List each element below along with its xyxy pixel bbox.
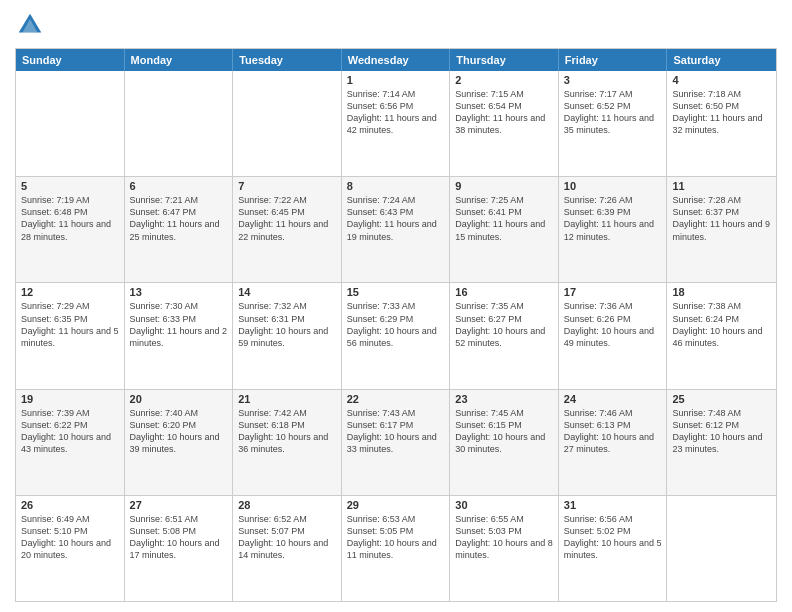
day-number: 25 xyxy=(672,393,771,405)
day-info: Sunrise: 7:36 AM Sunset: 6:26 PM Dayligh… xyxy=(564,300,662,349)
page: SundayMondayTuesdayWednesdayThursdayFrid… xyxy=(0,0,792,612)
day-info: Sunrise: 7:32 AM Sunset: 6:31 PM Dayligh… xyxy=(238,300,336,349)
header-day-sunday: Sunday xyxy=(16,49,125,71)
day-cell-7: 7Sunrise: 7:22 AM Sunset: 6:45 PM Daylig… xyxy=(233,177,342,282)
day-number: 16 xyxy=(455,286,553,298)
empty-cell xyxy=(233,71,342,176)
day-cell-28: 28Sunrise: 6:52 AM Sunset: 5:07 PM Dayli… xyxy=(233,496,342,601)
day-info: Sunrise: 6:51 AM Sunset: 5:08 PM Dayligh… xyxy=(130,513,228,562)
day-number: 28 xyxy=(238,499,336,511)
day-info: Sunrise: 7:48 AM Sunset: 6:12 PM Dayligh… xyxy=(672,407,771,456)
day-info: Sunrise: 7:22 AM Sunset: 6:45 PM Dayligh… xyxy=(238,194,336,243)
day-number: 5 xyxy=(21,180,119,192)
day-cell-10: 10Sunrise: 7:26 AM Sunset: 6:39 PM Dayli… xyxy=(559,177,668,282)
header-day-saturday: Saturday xyxy=(667,49,776,71)
day-number: 18 xyxy=(672,286,771,298)
header-day-tuesday: Tuesday xyxy=(233,49,342,71)
day-cell-9: 9Sunrise: 7:25 AM Sunset: 6:41 PM Daylig… xyxy=(450,177,559,282)
day-number: 13 xyxy=(130,286,228,298)
day-info: Sunrise: 7:18 AM Sunset: 6:50 PM Dayligh… xyxy=(672,88,771,137)
day-number: 24 xyxy=(564,393,662,405)
day-info: Sunrise: 6:49 AM Sunset: 5:10 PM Dayligh… xyxy=(21,513,119,562)
empty-cell xyxy=(667,496,776,601)
header-day-thursday: Thursday xyxy=(450,49,559,71)
day-cell-26: 26Sunrise: 6:49 AM Sunset: 5:10 PM Dayli… xyxy=(16,496,125,601)
day-info: Sunrise: 7:28 AM Sunset: 6:37 PM Dayligh… xyxy=(672,194,771,243)
logo xyxy=(15,10,49,40)
day-number: 12 xyxy=(21,286,119,298)
day-number: 7 xyxy=(238,180,336,192)
empty-cell xyxy=(16,71,125,176)
day-cell-4: 4Sunrise: 7:18 AM Sunset: 6:50 PM Daylig… xyxy=(667,71,776,176)
day-info: Sunrise: 7:30 AM Sunset: 6:33 PM Dayligh… xyxy=(130,300,228,349)
day-info: Sunrise: 6:55 AM Sunset: 5:03 PM Dayligh… xyxy=(455,513,553,562)
day-cell-19: 19Sunrise: 7:39 AM Sunset: 6:22 PM Dayli… xyxy=(16,390,125,495)
day-info: Sunrise: 7:21 AM Sunset: 6:47 PM Dayligh… xyxy=(130,194,228,243)
calendar-row-4: 26Sunrise: 6:49 AM Sunset: 5:10 PM Dayli… xyxy=(16,495,776,601)
day-cell-1: 1Sunrise: 7:14 AM Sunset: 6:56 PM Daylig… xyxy=(342,71,451,176)
day-cell-22: 22Sunrise: 7:43 AM Sunset: 6:17 PM Dayli… xyxy=(342,390,451,495)
day-cell-17: 17Sunrise: 7:36 AM Sunset: 6:26 PM Dayli… xyxy=(559,283,668,388)
day-cell-18: 18Sunrise: 7:38 AM Sunset: 6:24 PM Dayli… xyxy=(667,283,776,388)
day-cell-14: 14Sunrise: 7:32 AM Sunset: 6:31 PM Dayli… xyxy=(233,283,342,388)
day-cell-2: 2Sunrise: 7:15 AM Sunset: 6:54 PM Daylig… xyxy=(450,71,559,176)
day-info: Sunrise: 7:19 AM Sunset: 6:48 PM Dayligh… xyxy=(21,194,119,243)
day-info: Sunrise: 7:17 AM Sunset: 6:52 PM Dayligh… xyxy=(564,88,662,137)
day-info: Sunrise: 7:42 AM Sunset: 6:18 PM Dayligh… xyxy=(238,407,336,456)
day-number: 11 xyxy=(672,180,771,192)
day-cell-3: 3Sunrise: 7:17 AM Sunset: 6:52 PM Daylig… xyxy=(559,71,668,176)
calendar-row-0: 1Sunrise: 7:14 AM Sunset: 6:56 PM Daylig… xyxy=(16,71,776,176)
day-cell-20: 20Sunrise: 7:40 AM Sunset: 6:20 PM Dayli… xyxy=(125,390,234,495)
day-info: Sunrise: 7:26 AM Sunset: 6:39 PM Dayligh… xyxy=(564,194,662,243)
header-day-wednesday: Wednesday xyxy=(342,49,451,71)
day-info: Sunrise: 6:52 AM Sunset: 5:07 PM Dayligh… xyxy=(238,513,336,562)
day-cell-21: 21Sunrise: 7:42 AM Sunset: 6:18 PM Dayli… xyxy=(233,390,342,495)
day-cell-11: 11Sunrise: 7:28 AM Sunset: 6:37 PM Dayli… xyxy=(667,177,776,282)
day-info: Sunrise: 7:46 AM Sunset: 6:13 PM Dayligh… xyxy=(564,407,662,456)
day-number: 14 xyxy=(238,286,336,298)
day-info: Sunrise: 7:43 AM Sunset: 6:17 PM Dayligh… xyxy=(347,407,445,456)
header-day-monday: Monday xyxy=(125,49,234,71)
day-number: 9 xyxy=(455,180,553,192)
day-cell-5: 5Sunrise: 7:19 AM Sunset: 6:48 PM Daylig… xyxy=(16,177,125,282)
day-cell-29: 29Sunrise: 6:53 AM Sunset: 5:05 PM Dayli… xyxy=(342,496,451,601)
calendar-row-3: 19Sunrise: 7:39 AM Sunset: 6:22 PM Dayli… xyxy=(16,389,776,495)
day-number: 8 xyxy=(347,180,445,192)
day-info: Sunrise: 7:33 AM Sunset: 6:29 PM Dayligh… xyxy=(347,300,445,349)
day-cell-30: 30Sunrise: 6:55 AM Sunset: 5:03 PM Dayli… xyxy=(450,496,559,601)
day-number: 26 xyxy=(21,499,119,511)
day-cell-13: 13Sunrise: 7:30 AM Sunset: 6:33 PM Dayli… xyxy=(125,283,234,388)
day-number: 21 xyxy=(238,393,336,405)
calendar-row-1: 5Sunrise: 7:19 AM Sunset: 6:48 PM Daylig… xyxy=(16,176,776,282)
day-number: 2 xyxy=(455,74,553,86)
day-number: 22 xyxy=(347,393,445,405)
day-number: 10 xyxy=(564,180,662,192)
day-cell-16: 16Sunrise: 7:35 AM Sunset: 6:27 PM Dayli… xyxy=(450,283,559,388)
day-cell-12: 12Sunrise: 7:29 AM Sunset: 6:35 PM Dayli… xyxy=(16,283,125,388)
day-info: Sunrise: 7:25 AM Sunset: 6:41 PM Dayligh… xyxy=(455,194,553,243)
day-info: Sunrise: 7:35 AM Sunset: 6:27 PM Dayligh… xyxy=(455,300,553,349)
day-number: 23 xyxy=(455,393,553,405)
day-info: Sunrise: 7:45 AM Sunset: 6:15 PM Dayligh… xyxy=(455,407,553,456)
day-number: 17 xyxy=(564,286,662,298)
day-number: 3 xyxy=(564,74,662,86)
day-number: 4 xyxy=(672,74,771,86)
day-info: Sunrise: 7:40 AM Sunset: 6:20 PM Dayligh… xyxy=(130,407,228,456)
calendar-header: SundayMondayTuesdayWednesdayThursdayFrid… xyxy=(16,49,776,71)
day-cell-24: 24Sunrise: 7:46 AM Sunset: 6:13 PM Dayli… xyxy=(559,390,668,495)
day-cell-31: 31Sunrise: 6:56 AM Sunset: 5:02 PM Dayli… xyxy=(559,496,668,601)
day-cell-8: 8Sunrise: 7:24 AM Sunset: 6:43 PM Daylig… xyxy=(342,177,451,282)
day-info: Sunrise: 7:14 AM Sunset: 6:56 PM Dayligh… xyxy=(347,88,445,137)
day-info: Sunrise: 7:38 AM Sunset: 6:24 PM Dayligh… xyxy=(672,300,771,349)
day-number: 19 xyxy=(21,393,119,405)
day-number: 30 xyxy=(455,499,553,511)
day-info: Sunrise: 7:24 AM Sunset: 6:43 PM Dayligh… xyxy=(347,194,445,243)
calendar: SundayMondayTuesdayWednesdayThursdayFrid… xyxy=(15,48,777,602)
day-info: Sunrise: 6:53 AM Sunset: 5:05 PM Dayligh… xyxy=(347,513,445,562)
day-number: 15 xyxy=(347,286,445,298)
calendar-body: 1Sunrise: 7:14 AM Sunset: 6:56 PM Daylig… xyxy=(16,71,776,601)
day-number: 27 xyxy=(130,499,228,511)
day-number: 1 xyxy=(347,74,445,86)
day-info: Sunrise: 7:15 AM Sunset: 6:54 PM Dayligh… xyxy=(455,88,553,137)
day-number: 6 xyxy=(130,180,228,192)
